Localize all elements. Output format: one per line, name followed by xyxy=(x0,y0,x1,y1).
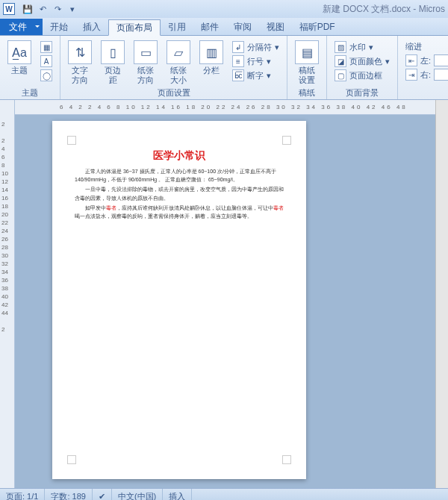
document-paragraph[interactable]: 如甲发中毒者，应持其后谁何缺到开放清风处躺卧休息，以让血脑住体温，可让中毒者喝一… xyxy=(75,204,284,220)
indent-heading: 缩进 xyxy=(402,40,448,53)
ruler-tick: 6 xyxy=(1,154,8,157)
pagecolor-icon: ◪ xyxy=(335,55,346,67)
ruler-tick: 8 xyxy=(1,162,8,165)
group-indent: 缩进 ⇤左: ⇥右: xyxy=(398,36,448,99)
window-title: 新建 DOCX 文档.docx - Micros xyxy=(323,3,445,16)
document-title[interactable]: 医学小常识 xyxy=(75,149,284,163)
orientation-button[interactable]: ▭纸张方向 xyxy=(131,39,161,87)
line-numbers-button[interactable]: ≡行号 ▾ xyxy=(229,54,282,68)
group-manuscript: ▤稿纸 设置 稿纸 xyxy=(287,36,327,99)
group-page-setup: ⇅文字方向 ▯页边距 ▭纸张方向 ▱纸张大小 ▥分栏 ↲分隔符 ▾ ≡行号 ▾ … xyxy=(60,36,287,99)
theme-button[interactable]: A̲a 主题 xyxy=(4,39,34,77)
margin-corner xyxy=(282,136,291,145)
theme-fonts-button[interactable]: A xyxy=(37,54,55,68)
horizontal-ruler[interactable]: 6 4 2 2 4 6 8 10 12 14 16 18 20 22 24 26… xyxy=(15,100,435,115)
ruler-tick: 2 xyxy=(1,326,8,329)
ruler-tick: 14 xyxy=(1,187,8,190)
file-tab[interactable]: 文件 xyxy=(0,19,43,35)
text-direction-button[interactable]: ⇅文字方向 xyxy=(65,39,95,87)
margin-corner xyxy=(282,455,291,464)
ruler-tick: 32 xyxy=(1,260,8,263)
document-page[interactable]: 医学小常识 正常人的体温是 36~37 摄氏度，正常人的心率是 60~100 次… xyxy=(52,121,306,479)
ruler-tick xyxy=(1,129,8,132)
ruler-tick: 28 xyxy=(1,244,8,247)
ruler-tick: 12 xyxy=(1,178,8,181)
pageborder-icon: ▢ xyxy=(335,69,346,81)
columns-button[interactable]: ▥分栏 xyxy=(196,39,226,77)
theme-colors-button[interactable]: ▦ xyxy=(37,40,55,54)
tab-引用[interactable]: 引用 xyxy=(161,19,193,35)
tab-福昕PDF[interactable]: 福昕PDF xyxy=(292,19,343,35)
ruler-tick: 2 xyxy=(1,137,8,140)
document-body[interactable]: 正常人的体温是 36~37 摄氏度，正常人的心率是 60~100 次/分钟，正常… xyxy=(75,167,284,220)
undo-icon[interactable]: ↶ xyxy=(36,2,49,16)
status-word-count[interactable]: 字数: 189 xyxy=(45,489,92,500)
tab-插入[interactable]: 插入 xyxy=(75,19,108,35)
paper-size-icon: ▱ xyxy=(167,40,190,64)
ruler-tick: 18 xyxy=(1,203,8,206)
page-border-button[interactable]: ▢页面边框 xyxy=(332,69,393,82)
breaks-icon: ↲ xyxy=(232,41,244,53)
status-proofing-icon[interactable]: ✔ xyxy=(93,489,112,500)
page-canvas[interactable]: 医学小常识 正常人的体温是 36~37 摄氏度，正常人的心率是 60~100 次… xyxy=(15,115,435,488)
redo-icon[interactable]: ↷ xyxy=(51,2,64,16)
ruler-tick: 36 xyxy=(1,277,8,280)
quick-access-toolbar: 💾 ↶ ↷ ▾ xyxy=(21,2,79,16)
group-label-indent xyxy=(402,98,448,99)
group-label-page-bg: 页面背景 xyxy=(332,87,393,99)
indent-right-field[interactable]: ⇥右: xyxy=(402,68,448,81)
tab-开始[interactable]: 开始 xyxy=(43,19,75,35)
vertical-scrollbar[interactable] xyxy=(435,100,448,488)
breaks-button[interactable]: ↲分隔符 ▾ xyxy=(229,40,282,54)
margin-corner xyxy=(67,455,76,464)
columns-icon: ▥ xyxy=(199,40,223,64)
ruler-tick: 38 xyxy=(1,285,8,288)
ribbon-tabs: 文件 开始插入页面布局引用邮件审阅视图福昕PDF xyxy=(0,18,448,36)
status-insert-mode[interactable]: 插入 xyxy=(163,489,192,500)
ruler-tick xyxy=(1,318,8,321)
theme-icon: A̲a xyxy=(7,40,31,64)
group-label-manuscript: 稿纸 xyxy=(292,87,322,99)
ruler-tick: 16 xyxy=(1,195,8,198)
ruler-tick: 42 xyxy=(1,301,8,304)
group-label-page-setup: 页面设置 xyxy=(65,87,282,99)
ruler-tick: 30 xyxy=(1,252,8,255)
font-icon: A xyxy=(40,55,52,67)
indent-right-icon: ⇥ xyxy=(405,69,417,81)
hyphenation-button[interactable]: b͞c断字 ▾ xyxy=(229,69,282,82)
ruler-tick: 26 xyxy=(1,236,8,239)
watermark-button[interactable]: ▨水印 ▾ xyxy=(332,40,393,54)
effects-icon: ◯ xyxy=(40,69,52,81)
qat-dropdown-icon[interactable]: ▾ xyxy=(66,2,79,16)
indent-left-field[interactable]: ⇤左: xyxy=(402,54,448,67)
watermark-icon: ▨ xyxy=(335,41,346,53)
group-page-background: ▨水印 ▾ ◪页面颜色 ▾ ▢页面边框 页面背景 xyxy=(327,36,398,99)
paper-size-button[interactable]: ▱纸张大小 xyxy=(164,39,193,87)
tab-页面布局[interactable]: 页面布局 xyxy=(108,19,161,36)
palette-icon: ▦ xyxy=(40,41,52,53)
margins-icon: ▯ xyxy=(101,40,125,64)
margins-button[interactable]: ▯页边距 xyxy=(98,39,128,87)
tab-视图[interactable]: 视图 xyxy=(259,19,292,35)
margin-corner xyxy=(67,136,76,145)
tab-审阅[interactable]: 审阅 xyxy=(226,19,259,35)
ruler-tick: 20 xyxy=(1,211,8,214)
status-page[interactable]: 页面: 1/1 xyxy=(0,489,45,500)
page-color-button[interactable]: ◪页面颜色 ▾ xyxy=(332,54,393,68)
manuscript-button[interactable]: ▤稿纸 设置 xyxy=(292,39,322,87)
hyphen-icon: b͞c xyxy=(232,69,244,81)
document-paragraph[interactable]: 一旦中毒，先设法排除的毒物，或去开窗的房里，改变空气质，因为中毒产生的原因和含毒… xyxy=(75,185,284,201)
document-paragraph[interactable]: 正常人的体温是 36~37 摄氏度，正常人的心率是 60~100 次/分钟，正常… xyxy=(75,167,284,184)
orientation-icon: ▭ xyxy=(134,40,158,64)
status-language[interactable]: 中文(中国) xyxy=(112,489,163,500)
ruler-tick: 44 xyxy=(1,310,8,313)
tab-邮件[interactable]: 邮件 xyxy=(193,19,226,35)
save-icon[interactable]: 💾 xyxy=(21,2,34,16)
vertical-ruler[interactable]: 2246810121416182022242628303234363840424… xyxy=(0,100,15,488)
indent-left-icon: ⇤ xyxy=(405,54,417,66)
ribbon: A̲a 主题 ▦ A ◯ 主题 ⇅文字方向 ▯页边距 ▭纸张方向 ▱纸张大小 ▥… xyxy=(0,36,448,100)
theme-effects-button[interactable]: ◯ xyxy=(37,69,55,82)
ruler-tick: 24 xyxy=(1,228,8,231)
ruler-tick: 22 xyxy=(1,219,8,222)
editor-area: 2246810121416182022242628303234363840424… xyxy=(0,100,448,488)
